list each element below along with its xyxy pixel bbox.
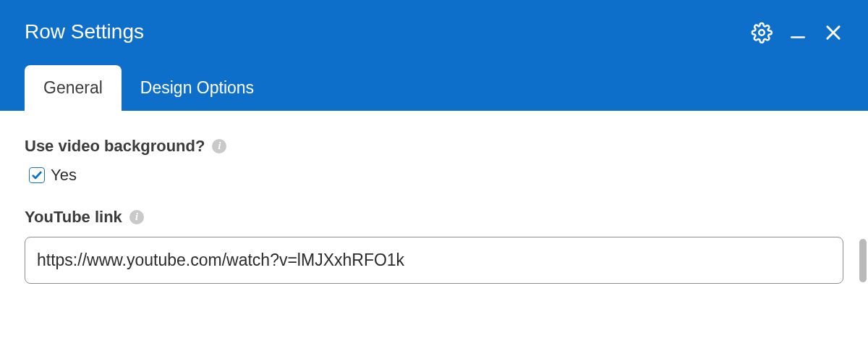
- gear-icon[interactable]: [751, 22, 773, 43]
- info-icon[interactable]: i: [212, 139, 226, 153]
- dialog-title: Row Settings: [25, 20, 843, 43]
- field-youtube-link: YouTube link i: [25, 208, 843, 284]
- label-text: YouTube link: [25, 208, 122, 227]
- minimize-icon[interactable]: [788, 23, 807, 42]
- header-controls: [751, 22, 843, 43]
- tab-general[interactable]: General: [25, 65, 122, 111]
- field-label: YouTube link i: [25, 208, 843, 227]
- field-video-background: Use video background? i Yes: [25, 137, 843, 185]
- svg-point-0: [759, 30, 765, 35]
- youtube-link-input[interactable]: [25, 237, 843, 284]
- dialog-content: Use video background? i Yes YouTube link…: [0, 111, 868, 333]
- video-bg-checkbox[interactable]: [29, 167, 45, 183]
- field-label: Use video background? i: [25, 137, 843, 156]
- checkbox-label: Yes: [51, 166, 77, 185]
- dialog-header: Row Settings General Design Options: [0, 0, 868, 111]
- checkbox-row: Yes: [29, 166, 843, 185]
- close-icon[interactable]: [823, 22, 843, 43]
- tab-design-options[interactable]: Design Options: [122, 65, 273, 111]
- tabs: General Design Options: [25, 65, 843, 111]
- info-icon[interactable]: i: [129, 210, 144, 224]
- scrollbar-thumb[interactable]: [859, 239, 867, 282]
- label-text: Use video background?: [25, 137, 205, 156]
